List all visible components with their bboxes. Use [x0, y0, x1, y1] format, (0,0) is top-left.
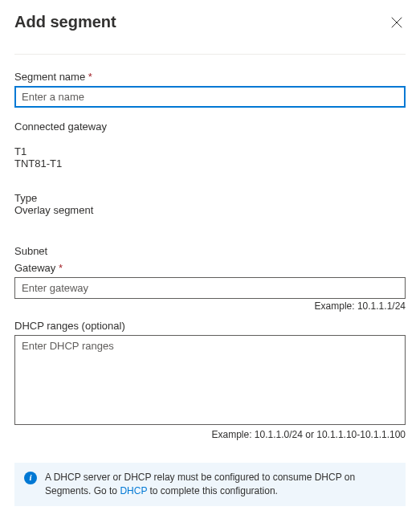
close-button[interactable] [388, 14, 406, 31]
segment-name-label: Segment name * [14, 71, 406, 83]
dhcp-link[interactable]: DHCP [120, 485, 147, 496]
dhcp-example: Example: 10.1.1.0/24 or 10.1.1.10-10.1.1… [14, 429, 406, 440]
panel-header: Add segment [14, 13, 406, 55]
gateway-label-text: Gateway [14, 262, 55, 274]
gateway-input[interactable] [14, 277, 406, 299]
type-value: Overlay segment [14, 204, 406, 216]
gateway-example: Example: 10.1.1.1/24 [14, 300, 406, 312]
page-title: Add segment [14, 13, 116, 31]
info-icon: i [24, 472, 37, 484]
gateway-tier-label: T1 [14, 145, 406, 157]
connected-gateway-heading: Connected gateway [14, 121, 406, 133]
type-label: Type [14, 192, 406, 204]
dhcp-ranges-label: DHCP ranges (optional) [14, 320, 406, 332]
required-mark: * [59, 262, 63, 274]
gateway-label: Gateway * [14, 262, 406, 274]
segment-name-input[interactable] [14, 86, 406, 108]
dhcp-ranges-input[interactable] [14, 335, 406, 425]
info-text: A DHCP server or DHCP relay must be conf… [45, 471, 396, 498]
segment-name-label-text: Segment name [14, 71, 85, 83]
close-icon [391, 18, 402, 31]
info-message: i A DHCP server or DHCP relay must be co… [14, 463, 406, 506]
subnet-heading: Subnet [14, 245, 406, 257]
required-mark: * [88, 71, 92, 83]
info-text-after: to complete this configuration. [147, 485, 278, 496]
gateway-tier-value: TNT81-T1 [14, 157, 406, 170]
